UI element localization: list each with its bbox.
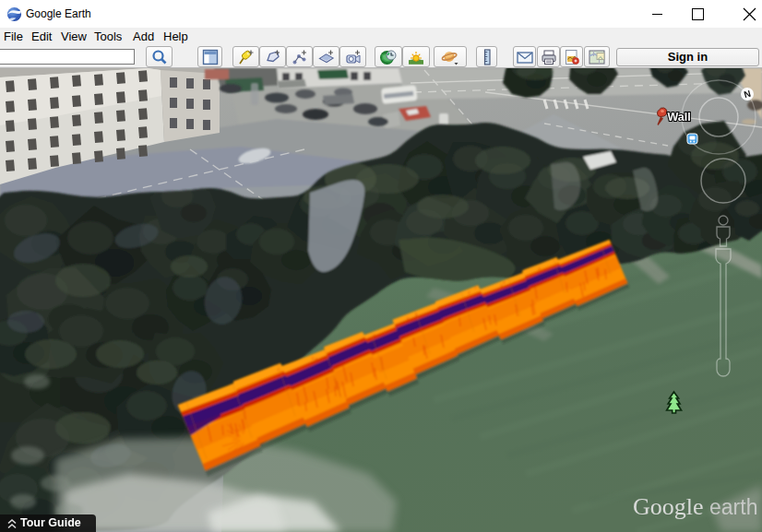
svg-text:earth: earth xyxy=(709,495,757,519)
svg-text:Google: Google xyxy=(633,493,704,520)
svg-text:Wall: Wall xyxy=(668,111,691,124)
